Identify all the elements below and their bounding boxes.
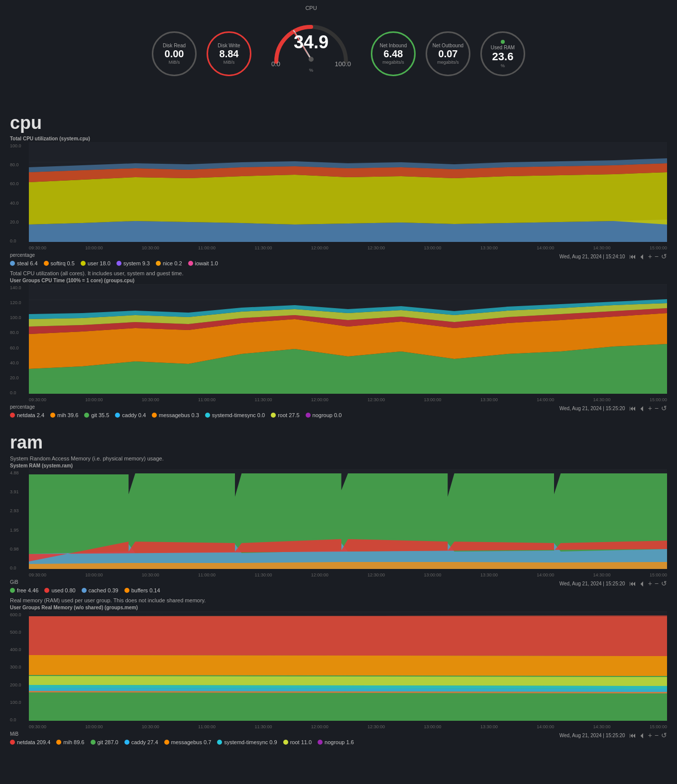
- rewind-icon4[interactable]: ⏮: [629, 731, 636, 739]
- legend-root-cpu: root 27.5: [271, 412, 299, 418]
- cpu-range: 0.0 100.0: [271, 60, 351, 68]
- cpu-chart1: [29, 142, 667, 242]
- ram-chart1-footer: GiB Wed, Aug 21, 2024 | 15:25:20 ⏮ ⏴ + −…: [10, 579, 667, 587]
- cpu-min: 0.0: [271, 60, 280, 68]
- rewind-icon2[interactable]: ⏮: [629, 404, 636, 412]
- used-ram-label: Used RAM: [491, 45, 515, 50]
- reset-icon2[interactable]: ↺: [661, 404, 667, 412]
- reset-icon[interactable]: ↺: [661, 252, 667, 260]
- cpu-speedometer: CPU 34.9 0.0 100.0 %: [261, 5, 361, 103]
- ram-chart2-controls[interactable]: ⏮ ⏴ + − ↺: [629, 731, 667, 739]
- ram-description: System Random Access Memory (i.e. physic…: [10, 455, 667, 461]
- rewind-icon[interactable]: ⏮: [629, 252, 636, 260]
- cpu-chart2-label: User Groups CPU Time (100% = 1 core) (gr…: [10, 278, 667, 283]
- disk-write-widget: Disk Write 8.84 MiB/s: [207, 31, 251, 76]
- plus-icon3[interactable]: +: [648, 579, 652, 587]
- ram-chart1-xaxis: 09:30:00 10:00:00 10:30:00 11:00:00 11:3…: [29, 571, 667, 578]
- system-dot: [116, 261, 121, 266]
- net-outbound-widget: Net Outbound 0.07 megabits/s: [426, 31, 470, 76]
- legend-mih-mem: mih 89.6: [56, 739, 84, 745]
- svg-marker-50: [29, 612, 667, 616]
- cpu-chart2-axis: percentage: [10, 404, 35, 410]
- ram-chart2-description: Real memory (RAM) used per user group. T…: [10, 597, 667, 603]
- net-outbound-unit: megabits/s: [437, 60, 459, 65]
- minus-icon2[interactable]: −: [655, 404, 659, 412]
- back-icon3[interactable]: ⏴: [639, 579, 646, 587]
- ram-chart1-axis: GiB: [10, 579, 18, 585]
- disk-write-value: 8.84: [220, 48, 239, 60]
- minus-icon[interactable]: −: [655, 252, 659, 260]
- legend-git-cpu: git 35.5: [84, 412, 109, 418]
- disk-write-unit: MiB/s: [224, 60, 235, 65]
- net-inbound-unit: megabits/s: [382, 60, 404, 65]
- disk-write-gauge: Disk Write 8.84 MiB/s: [207, 31, 251, 76]
- ram-chart2: [29, 611, 667, 721]
- ram-chart1-timestamp: Wed, Aug 21, 2024 | 15:25:20: [560, 581, 625, 586]
- legend-nice: nice 0.2: [156, 260, 182, 266]
- ram-chart1: [29, 469, 667, 569]
- disk-read-value: 0.00: [165, 48, 184, 60]
- cpu-chart2-controls[interactable]: ⏮ ⏴ + − ↺: [629, 404, 667, 412]
- cpu-chart1-controls[interactable]: ⏮ ⏴ + − ↺: [629, 252, 667, 260]
- legend-caddy-cpu: caddy 0.4: [115, 412, 146, 418]
- back-icon[interactable]: ⏴: [639, 252, 646, 260]
- ram-chart2-label: User Groups Real Memory (w/o shared) (gr…: [10, 605, 667, 610]
- svg-marker-46: [29, 676, 667, 686]
- legend-steal: steal 6.4: [10, 260, 38, 266]
- cpu-chart1-legend: steal 6.4 softirq 0.5 user 18.0 system 9…: [10, 260, 667, 266]
- plus-icon2[interactable]: +: [648, 404, 652, 412]
- cpu-chart2-xaxis: 09:30:00 10:00:00 10:30:00 11:00:00 11:3…: [29, 396, 667, 403]
- plus-icon[interactable]: +: [648, 252, 652, 260]
- legend-system: system 9.3: [116, 260, 150, 266]
- ram-chart2-axis: MiB: [10, 731, 18, 737]
- user-dot: [81, 261, 86, 266]
- reset-icon4[interactable]: ↺: [661, 731, 667, 739]
- ram-chart1-label: System RAM (system.ram): [10, 463, 667, 468]
- disk-read-unit: MiB/s: [169, 60, 180, 65]
- legend-netdata-cpu: netdata 2.4: [10, 412, 44, 418]
- legend-iowait: iowait 1.0: [188, 260, 218, 266]
- cpu-chart1-timestamp: Wed, Aug 21, 2024 | 15:24:10: [560, 254, 625, 259]
- cpu-chart1-axis: percentage: [10, 252, 35, 258]
- svg-marker-45: [29, 655, 667, 676]
- legend-nogroup-cpu: nogroup 0.0: [306, 412, 342, 418]
- cpu-title: cpu: [10, 112, 667, 133]
- legend-mih-cpu: mih 39.6: [50, 412, 78, 418]
- cpu-section: cpu Total CPU utilization (system.cpu) 1…: [0, 108, 677, 427]
- cpu-chart1-yaxis: 100.0 80.0 60.0 40.0 20.0 0.0: [10, 142, 29, 252]
- net-inbound-widget: Net Inbound 6.48 megabits/s: [371, 31, 416, 76]
- disk-read-widget: Disk Read 0.00 MiB/s: [152, 31, 197, 76]
- ram-chart2-xaxis: 09:30:00 10:00:00 10:30:00 11:00:00 11:3…: [29, 723, 667, 730]
- svg-marker-35: [29, 562, 667, 569]
- net-inbound-value: 6.48: [384, 48, 403, 60]
- ram-chart2-timestamp: Wed, Aug 21, 2024 | 15:25:20: [560, 733, 625, 738]
- ram-chart2-legend: netdata 209.4 mih 89.6 git 287.0 caddy 2…: [10, 739, 667, 745]
- plus-icon4[interactable]: +: [648, 731, 652, 739]
- ram-section: ram System Random Access Memory (i.e. ph…: [0, 427, 677, 754]
- back-icon4[interactable]: ⏴: [639, 731, 646, 739]
- rewind-icon3[interactable]: ⏮: [629, 579, 636, 587]
- legend-git-mem: git 287.0: [91, 739, 118, 745]
- net-outbound-gauge: Net Outbound 0.07 megabits/s: [426, 31, 470, 76]
- iowait-dot: [188, 261, 193, 266]
- net-outbound-label: Net Outbound: [433, 43, 463, 48]
- cpu-chart1-xaxis: 09:30:00 10:00:00 10:30:00 11:00:00 11:3…: [29, 244, 667, 251]
- svg-marker-44: [29, 615, 667, 656]
- back-icon2[interactable]: ⏴: [639, 404, 646, 412]
- legend-messagebus-cpu: messagebus 0.3: [152, 412, 199, 418]
- ram-chart1-svg: [29, 469, 667, 569]
- cpu-chart2-footer: percentage Wed, Aug 21, 2024 | 15:25:20 …: [10, 404, 667, 412]
- reset-icon3[interactable]: ↺: [661, 579, 667, 587]
- cpu-unit: %: [309, 68, 313, 73]
- cpu-max: 100.0: [335, 60, 351, 68]
- cpu-chart2-timestamp: Wed, Aug 21, 2024 | 15:25:20: [560, 406, 625, 411]
- legend-root-mem: root 11.0: [283, 739, 312, 745]
- cpu-chart1-svg: [29, 142, 667, 242]
- minus-icon3[interactable]: −: [655, 579, 659, 587]
- ram-chart1-controls[interactable]: ⏮ ⏴ + − ↺: [629, 579, 667, 587]
- minus-icon4[interactable]: −: [655, 731, 659, 739]
- legend-cached-ram: cached 0.39: [82, 587, 118, 593]
- disk-read-gauge: Disk Read 0.00 MiB/s: [152, 31, 197, 76]
- legend-caddy-mem: caddy 27.4: [124, 739, 158, 745]
- legend-nogroup-mem: nogroup 1.6: [318, 739, 354, 745]
